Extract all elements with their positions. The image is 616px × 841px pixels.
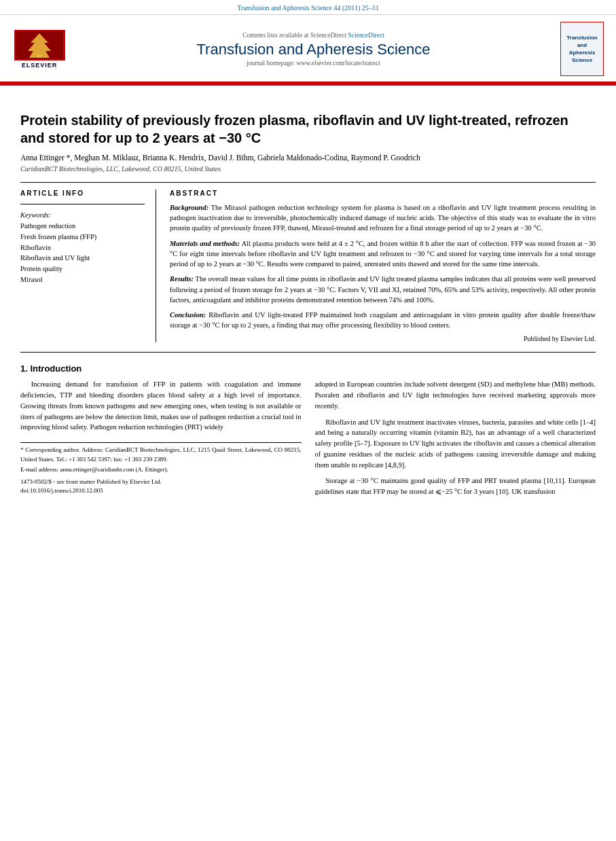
keyword-6: Mirasol (20, 274, 145, 285)
journal-center-block: Contents lists available at ScienceDirec… (75, 32, 552, 67)
journal-citation-bar: Transfusion and Apheresis Science 44 (20… (0, 0, 616, 15)
elsevier-logo: ELSEVIER (12, 30, 67, 69)
keywords-label: Keywords: (20, 211, 145, 219)
background-label: Background: (170, 204, 209, 211)
keyword-2: Fresh frozen plasma (FFP) (20, 232, 145, 243)
doi-area: 1473-0502/$ - see front matter Published… (20, 478, 302, 496)
sciencedirect-link[interactable]: ScienceDirect (348, 32, 384, 39)
article-info-header: ARTICLE INFO (20, 190, 145, 197)
abstract-results: Results: The overall mean values for all… (170, 274, 596, 305)
footnote-email: E-mail address: anna.ettinger@caridianbt… (20, 465, 302, 475)
intro-col-left: Increasing demand for transfusion of FFP… (20, 379, 302, 503)
abstract-background: Background: The Mirasol pathogen reducti… (170, 202, 596, 234)
introduction-section: 1. Introduction Increasing demand for tr… (20, 363, 596, 503)
footnote-corresponding: * Corresponding author. Address: Caridia… (20, 446, 302, 464)
authors-line: Anna Ettinger *, Meghan M. Miklauz, Bria… (20, 154, 596, 162)
intro-col-right: adopted in European countries include so… (315, 379, 596, 503)
elsevier-label: ELSEVIER (22, 62, 58, 69)
elsevier-logo-img (14, 30, 65, 60)
abstract-conclusion: Conclusion: Riboflavin and UV light-trea… (170, 310, 596, 330)
results-label: Results: (170, 275, 194, 283)
contents-available-line: Contents lists available at ScienceDirec… (75, 32, 552, 39)
keyword-1: Pathogen reduction (20, 221, 145, 232)
article-title: Protein stability of previously frozen p… (20, 111, 596, 147)
published-by: Published by Elsevier Ltd. (170, 335, 596, 342)
background-text: The Mirasol pathogen reduction technolog… (170, 204, 596, 232)
article-info-divider (20, 204, 145, 204)
journal-cover: TransfusionandApheresisScience (560, 22, 604, 76)
affiliation-line: CaridianBCT Biotechnologies, LLC, Lakewo… (20, 165, 596, 173)
intro-para-2: adopted in European countries include so… (315, 379, 596, 411)
svg-rect-2 (37, 54, 42, 58)
doi-text: doi:10.1016/j.transci.2010.12.005 (20, 486, 302, 496)
abstract-column: ABSTRACT Background: The Mirasol pathoge… (170, 190, 596, 342)
abstract-header: ABSTRACT (170, 190, 596, 197)
results-text: The overall mean values for all time poi… (170, 275, 596, 303)
header-divider (0, 84, 616, 86)
introduction-title: 1. Introduction (20, 363, 596, 374)
keywords-list: Pathogen reduction Fresh frozen plasma (… (20, 221, 145, 285)
issn-line: 1473-0502/$ - see front matter Published… (20, 478, 302, 487)
abstract-body-divider (20, 352, 596, 353)
keyword-4: Riboflavin and UV light (20, 253, 145, 264)
journal-citation-text: Transfusion and Apheresis Science 44 (20… (237, 4, 379, 12)
abstract-materials: Materials and methods: All plasma produc… (170, 238, 596, 270)
intro-para-3: Riboflavin and UV light treatment inacti… (315, 417, 596, 471)
keyword-3: Riboflavin (20, 243, 145, 253)
title-divider (20, 182, 596, 183)
intro-para-1: Increasing demand for transfusion of FFP… (20, 379, 302, 433)
main-content: Protein stability of previously frozen p… (0, 92, 616, 516)
journal-homepage: journal homepage: www.elsevier.com/locat… (75, 60, 552, 67)
conclusion-label: Conclusion: (170, 311, 206, 319)
introduction-body: Increasing demand for transfusion of FFP… (20, 379, 596, 503)
conclusion-text: Riboflavin and UV light-treated FFP main… (170, 311, 596, 329)
keyword-5: Protein quality (20, 264, 145, 274)
journal-title: Transfusion and Apheresis Science (75, 41, 552, 58)
intro-para-4: Storage at −30 °C maintains good quality… (315, 476, 596, 497)
materials-label: Materials and methods: (170, 240, 240, 247)
journal-header: ELSEVIER Contents lists available at Sci… (0, 15, 616, 84)
article-info-column: ARTICLE INFO Keywords: Pathogen reductio… (20, 190, 156, 342)
footnote-area: * Corresponding author. Address: Caridia… (20, 442, 302, 475)
article-info-abstract: ARTICLE INFO Keywords: Pathogen reductio… (20, 190, 596, 342)
